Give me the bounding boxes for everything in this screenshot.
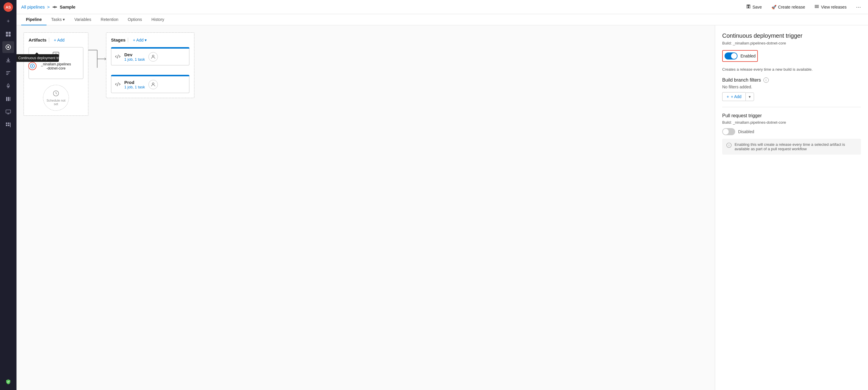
stages-header: Stages + Add ▾ (111, 37, 189, 42)
svg-rect-14 (6, 110, 10, 113)
stages-add-button[interactable]: + Add ▾ (133, 38, 147, 42)
artifact-card[interactable]: _ninallam.pipelines -dotnet-core Continu… (29, 47, 83, 79)
deploy-icon[interactable] (2, 54, 14, 66)
plus-icon[interactable]: + (2, 15, 14, 27)
create-release-button[interactable]: 🚀 Create release (769, 3, 808, 10)
save-label: Save (752, 5, 762, 9)
tab-variables[interactable]: Variables (69, 14, 96, 25)
tasks-dropdown-icon: ▾ (63, 17, 65, 22)
svg-rect-18 (8, 125, 9, 126)
pipeline-icon[interactable] (2, 41, 14, 53)
panel-title: Continuous deployment trigger (722, 32, 861, 39)
artifacts-label: Artifacts (29, 37, 46, 42)
schedule-card[interactable]: Schedule not set (43, 85, 69, 111)
add-filter-dropdown-button[interactable]: ▾ (745, 92, 754, 101)
stage-prod-name: Prod (124, 80, 145, 85)
build-branch-filters-info-icon[interactable]: i (764, 78, 769, 83)
add-filter-button[interactable]: + + Add (722, 92, 745, 101)
save-icon (746, 4, 751, 10)
svg-rect-12 (8, 97, 9, 101)
content-area: Artifacts + Add _ninallam.pipelines -dot… (17, 25, 868, 390)
breadcrumb: All pipelines > Sample (21, 4, 75, 10)
stage-prod-body: Prod 1 job, 1 task (111, 76, 161, 93)
stage-prod: Prod 1 job, 1 task (111, 75, 189, 93)
add-filter-label: + Add (731, 94, 741, 99)
svg-rect-20 (53, 6, 54, 8)
artifacts-section: Artifacts + Add _ninallam.pipelines -dot… (24, 32, 88, 116)
more-options-button[interactable]: ··· (854, 2, 863, 11)
stages-add-dropdown-icon: ▾ (145, 38, 147, 42)
tab-retention[interactable]: Retention (96, 14, 123, 25)
stage-dev-body: Dev 1 job, 1 task (111, 49, 161, 65)
view-releases-button[interactable]: View releases (812, 3, 849, 11)
monitor-icon[interactable] (2, 106, 14, 118)
library-icon[interactable] (2, 93, 14, 105)
sidebar: AS + (0, 0, 17, 390)
svg-rect-15 (6, 123, 7, 124)
svg-rect-13 (10, 97, 10, 101)
svg-text:i: i (729, 144, 729, 147)
stage-prod-info: Prod 1 job, 1 task (124, 80, 145, 89)
dashboard-icon[interactable] (2, 28, 14, 40)
stage-dev-detail: 1 job, 1 task (124, 57, 145, 62)
stages-label: Stages (111, 37, 125, 42)
svg-rect-8 (6, 73, 9, 73)
save-button[interactable]: Save (744, 3, 764, 11)
svg-rect-6 (6, 62, 10, 62)
svg-rect-22 (54, 6, 55, 8)
svg-rect-7 (6, 71, 10, 72)
cd-toggle[interactable] (724, 53, 738, 60)
svg-point-36 (152, 83, 154, 85)
tab-tasks[interactable]: Tasks ▾ (46, 14, 70, 25)
stage-prod-detail: 1 job, 1 task (124, 85, 145, 89)
pr-trigger-section: Pull request trigger Build: _ninallam.pi… (722, 113, 861, 155)
breadcrumb-sep: > (47, 4, 50, 9)
svg-rect-25 (747, 5, 750, 6)
svg-point-5 (7, 46, 9, 48)
rocket-icon[interactable] (2, 80, 14, 92)
svg-rect-1 (8, 32, 10, 34)
pr-trigger-title: Pull request trigger (722, 113, 861, 118)
artifacts-add-button[interactable]: + Add (54, 38, 64, 42)
svg-rect-11 (6, 97, 7, 101)
test-icon[interactable] (2, 67, 14, 79)
stage-dev-name: Dev (124, 52, 145, 57)
svg-rect-19 (10, 123, 10, 127)
svg-point-35 (152, 55, 154, 57)
tab-options[interactable]: Options (123, 14, 147, 25)
pr-toggle-label: Disabled (738, 129, 754, 134)
pr-info-box: i Enabling this will create a release ev… (722, 139, 861, 155)
svg-rect-9 (6, 74, 8, 75)
tab-history[interactable]: History (147, 14, 169, 25)
pr-toggle[interactable] (722, 128, 735, 135)
pr-info-icon: i (726, 143, 732, 149)
svg-rect-16 (8, 123, 9, 124)
cd-toggle-container: Enabled (722, 50, 758, 62)
stage-prod-card[interactable]: Prod 1 job, 1 task (111, 76, 189, 93)
panel-divider (722, 107, 861, 107)
stage-prod-person-button[interactable] (149, 80, 158, 89)
cd-toggle-help: Creates a release every time a new build… (722, 67, 861, 71)
svg-rect-28 (815, 7, 819, 8)
shield-icon[interactable] (2, 376, 14, 388)
svg-rect-21 (55, 6, 57, 8)
pipeline-canvas: Artifacts + Add _ninallam.pipelines -dot… (17, 25, 715, 390)
stage-prod-icon (115, 81, 121, 88)
add-filter-dropdown-icon: ▾ (749, 95, 751, 99)
stage-dev-card[interactable]: Dev 1 job, 1 task (111, 49, 189, 65)
stage-dev: Dev 1 job, 1 task (111, 47, 189, 65)
nav-tabs: Pipeline Tasks ▾ Variables Retention Opt… (17, 14, 868, 25)
svg-rect-26 (815, 5, 819, 6)
tab-pipeline[interactable]: Pipeline (21, 14, 46, 25)
avatar: AS (3, 2, 13, 12)
stage-dev-person-button[interactable] (149, 52, 158, 62)
topbar: All pipelines > Sample Save 🚀 Create rel… (17, 0, 868, 14)
main-content: All pipelines > Sample Save 🚀 Create rel… (17, 0, 868, 390)
connector-area (88, 32, 106, 85)
cd-trigger-button[interactable] (28, 62, 36, 70)
clock-icon (53, 90, 59, 97)
schedule-label: Schedule not set (43, 99, 69, 106)
breadcrumb-link[interactable]: All pipelines (21, 4, 45, 9)
pr-toggle-row: Disabled (722, 128, 754, 135)
grid-icon[interactable] (2, 119, 14, 131)
